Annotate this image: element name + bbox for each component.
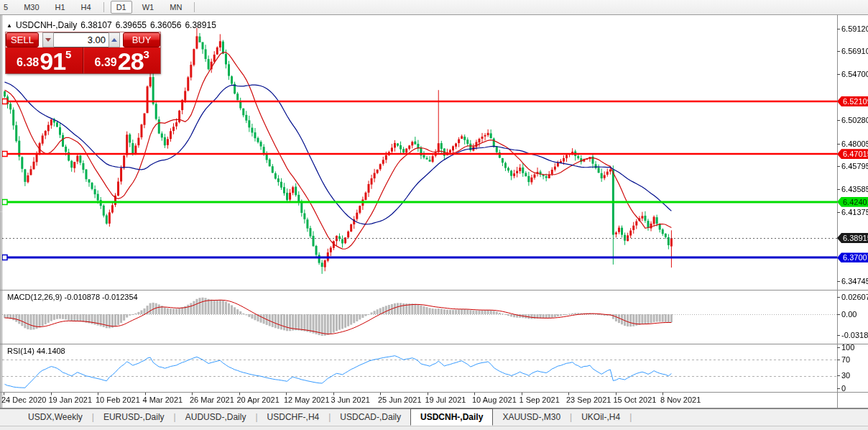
status-bar (0, 426, 868, 430)
high-value: 6.39655 (116, 20, 147, 30)
date-label: 23 Sep 2021 (566, 395, 611, 404)
buy-price[interactable]: 6.39 28 3 (83, 47, 161, 73)
volume-input[interactable] (54, 32, 108, 47)
rsi-axis-label: 0 (838, 384, 868, 393)
macd-axis-label: 0.02607 (838, 293, 868, 302)
volume-stepper (42, 32, 120, 47)
price-badge: 6.42401 (837, 197, 868, 207)
price-axis-label: 6.45795 (838, 162, 868, 171)
timeframe-button-h1[interactable]: H1 (50, 1, 71, 14)
chart-tab-usdx-weekly[interactable]: USDX,Weekly (19, 409, 92, 426)
macd-axis-label: -0.03187 (838, 331, 868, 340)
date-label: 12 May 2021 (284, 395, 330, 404)
one-click-trading-panel: SELL BUY 6.38 91 5 6.39 28 3 (6, 32, 160, 73)
date-label: 26 Mar 2021 (190, 395, 234, 404)
date-label: 25 Jun 2021 (378, 395, 422, 404)
toolbar-divider (194, 2, 195, 12)
rsi-axis-label: 100 (838, 343, 868, 352)
macd-axis-label: 0.00 (838, 310, 868, 319)
low-value: 6.36056 (150, 20, 181, 30)
sell-price-pip: 5 (65, 48, 71, 60)
date-label: 3 Jun 2021 (331, 395, 370, 404)
timeframe-button-d1[interactable]: D1 (111, 1, 132, 14)
sell-price-big: 91 (40, 50, 65, 72)
rsi-value: 44.1408 (37, 347, 65, 355)
chart-tab-usdcnh-daily[interactable]: USDCNH-,Daily (410, 408, 493, 426)
macd-values: -0.010878 -0.012354 (64, 293, 137, 301)
trade-panel-controls: SELL BUY (6, 32, 160, 47)
date-label: 1 Sep 2021 (520, 395, 560, 404)
symbol-period-label: USDCNH-,Daily (16, 20, 77, 30)
trading-terminal-window: 5M30H1H4D1W1MN ▲USDCNH-,Daily6.381076.39… (0, 0, 868, 430)
collapse-triangle-icon[interactable]: ▲ (6, 22, 12, 29)
date-label: 20 Apr 2021 (237, 395, 280, 404)
price-badge: 6.52109 (837, 96, 868, 106)
date-label: 19 Jul 2021 (425, 395, 466, 404)
rsi-indicator-label: RSI(14) 44.1408 (7, 347, 65, 355)
chart-tab-usdchf-h4[interactable]: USDCHF-,H4 (258, 409, 329, 426)
chart-tab-eurusd-daily[interactable]: EURUSD-,Daily (94, 409, 174, 426)
price-badge: 6.37007 (837, 252, 868, 262)
tab-separator: | (629, 409, 632, 426)
price-axis-label: 6.34745 (838, 277, 868, 286)
volume-increase-button[interactable] (108, 32, 120, 47)
price-axis-label: 6.41375 (838, 208, 868, 217)
macd-indicator-label: MACD(12,26,9) -0.010878 -0.012354 (7, 293, 138, 301)
price-axis-label: 6.50280 (838, 116, 868, 125)
date-axis[interactable]: 24 Dec 202019 Jan 202110 Feb 20214 Mar 2… (0, 395, 837, 406)
buy-price-pip: 3 (144, 48, 149, 60)
price-axis-label: 6.59120 (838, 24, 868, 34)
chart-tab-ukoil-h4[interactable]: UKOil-,H4 (572, 409, 629, 426)
sell-price-prefix: 6.38 (17, 56, 39, 69)
chart-tab-usdcad-daily[interactable]: USDCAD-,Daily (331, 409, 410, 426)
price-axis-label: 6.54700 (838, 70, 868, 79)
sell-button[interactable]: SELL (6, 32, 39, 47)
buy-price-prefix: 6.39 (95, 56, 117, 69)
chart-tab-xauusd-m30[interactable]: XAUUSD-,M30 (493, 409, 570, 426)
sell-price[interactable]: 6.38 91 5 (6, 47, 83, 73)
price-axis[interactable]: 6.591206.569106.547006.502806.480056.457… (838, 15, 868, 408)
date-label: 10 Aug 2021 (472, 395, 517, 404)
close-value: 6.38915 (185, 20, 216, 30)
chart-title: ▲USDCNH-,Daily6.381076.396556.360566.389… (6, 20, 216, 30)
triangle-down-icon (45, 38, 51, 42)
timeframe-toolbar: 5M30H1H4D1W1MN (0, 0, 868, 15)
timeframe-button-m30[interactable]: M30 (18, 1, 45, 14)
macd-name: MACD(12,26,9) (7, 293, 62, 301)
toolbar-divider (103, 2, 104, 12)
price-badge: 6.47015 (837, 149, 868, 159)
timeframe-button-5[interactable]: 5 (1, 1, 14, 14)
date-label: 4 Mar 2021 (143, 395, 183, 404)
date-label: 15 Oct 2021 (614, 395, 657, 404)
triangle-up-icon (111, 38, 117, 42)
price-badge: 6.38915 (837, 233, 868, 243)
volume-decrease-button[interactable] (42, 32, 54, 47)
timeframe-button-h4[interactable]: H4 (75, 1, 97, 14)
timeframe-button-w1[interactable]: W1 (137, 1, 160, 14)
buy-button[interactable]: BUY (123, 32, 160, 47)
date-label: 24 Dec 2020 (1, 395, 46, 404)
chart-tab-audusd-daily[interactable]: AUDUSD-,Daily (176, 409, 256, 426)
price-axis-label: 6.56910 (838, 47, 868, 56)
trade-panel-prices: 6.38 91 5 6.39 28 3 (6, 47, 160, 73)
date-label: 8 Nov 2021 (660, 395, 701, 404)
buy-price-big: 28 (118, 50, 144, 72)
date-label: 10 Feb 2021 (96, 395, 140, 404)
price-axis-label: 6.48005 (838, 139, 868, 149)
chart-tab-bar: USDX,Weekly|EURUSD-,Daily|AUDUSD-,Daily|… (0, 408, 868, 426)
date-label: 19 Jan 2021 (49, 395, 93, 404)
rsi-axis-label: 30 (838, 371, 868, 380)
price-axis-label: 6.43585 (838, 185, 868, 194)
rsi-name: RSI(14) (7, 347, 34, 355)
open-value: 6.38107 (80, 20, 111, 30)
timeframe-button-mn[interactable]: MN (164, 1, 188, 14)
rsi-axis-label: 70 (838, 355, 868, 365)
